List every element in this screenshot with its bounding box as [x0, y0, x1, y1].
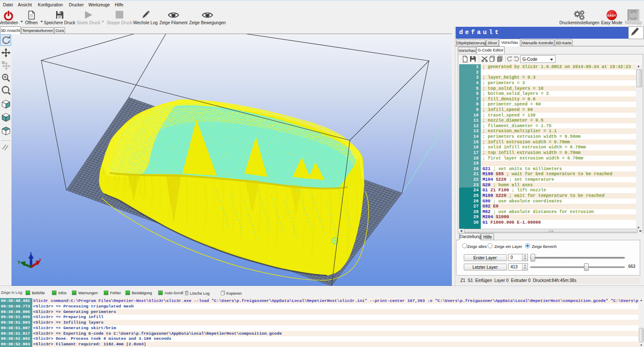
svg-text:z: z [30, 251, 32, 256]
svg-text:Y: Y [17, 260, 20, 265]
svg-text:EASY: EASY [607, 14, 616, 17]
svg-text:x: x [39, 257, 41, 262]
